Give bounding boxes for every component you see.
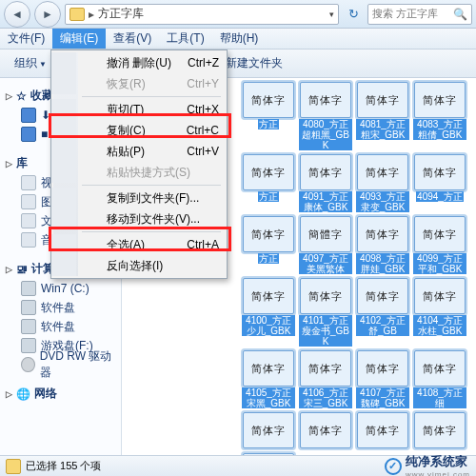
folder-icon (69, 8, 85, 21)
file-item[interactable]: 简体字方正 (242, 154, 295, 212)
sidebar-network-head[interactable]: ▷🌐 网络 (0, 384, 121, 404)
music-icon (21, 232, 36, 248)
file-name: 4100_方正少儿_GBK (242, 315, 295, 336)
file-thumb: 简体字 (300, 154, 351, 190)
search-input[interactable]: 搜索 方正字库 🔍 (367, 4, 472, 25)
sidebar-drive-c[interactable]: Win7 (C:) (0, 279, 121, 298)
file-thumb: 简体字 (243, 453, 294, 455)
file-name: 4091_方正康体_GBK (299, 191, 352, 212)
file-thumb-text: 简体字 (423, 424, 457, 438)
address-bar[interactable]: ▸ 方正字库 ▾ (65, 4, 339, 25)
file-item[interactable]: 简体字4083_方正粗倩_GBK (413, 82, 466, 150)
search-icon: 🔍 (453, 8, 467, 21)
organize-button[interactable]: 组织▼ (6, 51, 55, 75)
file-name: 4098_方正胖娃_GBK (356, 253, 409, 274)
menu-item[interactable]: 复制(C)Ctrl+C (51, 120, 225, 141)
file-thumb: 简体字 (300, 350, 351, 387)
menu-help[interactable]: 帮助(H) (212, 29, 267, 49)
menu-view[interactable]: 查看(V) (106, 29, 159, 49)
file-thumb: 简体字 (357, 278, 408, 314)
file-item[interactable]: 简体字4080_方正超粗黑_GBK (299, 82, 352, 150)
file-name: 4106_方正宋三_GBK (299, 387, 352, 408)
file-thumb-text: 简体字 (308, 93, 343, 108)
file-item[interactable]: 简体字4091_方正康体_GBK (299, 154, 352, 212)
drive-icon (21, 281, 36, 296)
file-item[interactable]: 简体字 (242, 412, 295, 449)
file-item[interactable]: 简体字方正 (242, 216, 295, 274)
file-thumb-text: 简体字 (251, 93, 286, 108)
file-item[interactable]: 简体字方正 (242, 82, 295, 150)
downloads-icon (21, 108, 36, 123)
file-item[interactable]: 简体字 (299, 412, 352, 449)
file-item[interactable]: 简体字 (242, 453, 295, 455)
file-item[interactable]: 简体字4101_方正瘦金书_GBK (299, 278, 352, 347)
sidebar-drive-soft1[interactable]: 软件盘 (0, 298, 121, 317)
menu-item[interactable]: 反向选择(I) (51, 255, 225, 276)
back-button[interactable]: ◄ (4, 1, 30, 28)
file-thumb-text: 简体字 (366, 228, 400, 242)
menu-item-shortcut: Ctrl+Y (187, 77, 219, 90)
menu-item-shortcut: Ctrl+C (187, 124, 219, 137)
watermark: ✓ 纯净系统家 www.yimei.com (385, 453, 470, 476)
forward-button[interactable]: ► (34, 1, 61, 28)
drive-icon (21, 300, 36, 315)
file-item[interactable]: 简体字4102_方正舒_GB (356, 278, 409, 347)
pictures-icon (21, 194, 36, 209)
file-thumb-text: 简体字 (366, 93, 400, 108)
file-thumb: 简体字 (414, 216, 466, 252)
menu-item: 恢复(R)Ctrl+Y (51, 73, 225, 94)
file-name: 4093_方正隶变_GBK (356, 191, 409, 212)
address-path: 方正字库 (98, 6, 144, 22)
file-item[interactable]: 简体字4107_方正魏碑_GBK (356, 350, 409, 408)
menu-item[interactable]: 粘贴(P)Ctrl+V (51, 141, 225, 162)
menu-item[interactable]: 撤消 删除(U)Ctrl+Z (51, 52, 225, 73)
chevron-down-icon: ▼ (39, 60, 47, 69)
file-item[interactable]: 简体字 (356, 412, 409, 449)
menu-file[interactable]: 文件(F) (0, 29, 52, 49)
file-thumb-text: 简体字 (251, 289, 286, 304)
file-item[interactable]: 简体字4099_方正平和_GBK (413, 216, 466, 274)
file-item[interactable]: 简体字4081_方正粗宋_GBK (356, 82, 409, 150)
refresh-button[interactable]: ↻ (343, 4, 364, 25)
menu-item-label: 粘贴快捷方式(S) (107, 165, 219, 181)
menu-item-label: 复制到文件夹(F)... (107, 190, 219, 207)
sidebar-drive-dvd[interactable]: DVD RW 驱动器 (0, 355, 121, 374)
file-item[interactable]: 简体字4098_方正胖娃_GBK (356, 216, 409, 274)
menu-edit[interactable]: 编辑(E) (52, 29, 106, 49)
menu-tools[interactable]: 工具(T) (159, 29, 211, 49)
file-item[interactable]: 简体字4108_方正细 (413, 350, 466, 408)
file-thumb-text: 简体字 (366, 289, 400, 304)
file-item[interactable]: 简体字4106_方正宋三_GBK (299, 350, 352, 408)
file-thumb: 簡體字 (300, 216, 351, 252)
folder-icon (6, 459, 21, 474)
menu-item[interactable]: 全选(A)Ctrl+A (51, 234, 225, 255)
file-item[interactable]: 简体字4104_方正水柱_GBK (413, 278, 466, 347)
menu-item-label: 粘贴(P) (107, 144, 187, 160)
file-thumb: 简体字 (357, 82, 408, 118)
status-selected: 已选择 155 个项 (26, 459, 101, 473)
file-name: 4108_方正细 (413, 387, 466, 408)
file-item[interactable]: 简体字4094_方正 (413, 154, 466, 212)
menu-item-label: 全选(A) (107, 237, 187, 253)
menu-item-shortcut: Ctrl+Z (188, 56, 219, 69)
file-thumb: 简体字 (357, 216, 408, 252)
menu-item-label: 反向选择(I) (107, 258, 219, 274)
menu-item-shortcut: Ctrl+X (187, 103, 219, 116)
menu-item-label: 恢复(R) (107, 76, 187, 92)
videos-icon (21, 175, 36, 190)
file-item[interactable]: 简体字4105_方正宋黑_GBK (242, 350, 295, 408)
file-item[interactable]: 簡體字4097_方正美黑繁体 (299, 216, 352, 274)
menu-item[interactable]: 移动到文件夹(V)... (51, 208, 225, 229)
menu-item[interactable]: 剪切(T)Ctrl+X (51, 99, 225, 120)
file-item[interactable]: 简体字4093_方正隶变_GBK (356, 154, 409, 212)
menu-item-label: 移动到文件夹(V)... (107, 211, 219, 228)
sidebar-drive-soft2[interactable]: 软件盘 (0, 317, 121, 336)
menu-item-label: 复制(C) (107, 123, 187, 139)
menu-item[interactable]: 复制到文件夹(F)... (51, 188, 225, 208)
file-item[interactable]: 简体字 (413, 412, 466, 449)
menu-item-shortcut: Ctrl+A (187, 238, 219, 251)
file-item[interactable]: 简体字4100_方正少儿_GBK (242, 278, 295, 347)
file-name: 方正 (258, 253, 279, 264)
chevron-down-icon[interactable]: ▾ (329, 10, 334, 19)
new-folder-button[interactable]: 新建文件夹 (217, 51, 291, 75)
